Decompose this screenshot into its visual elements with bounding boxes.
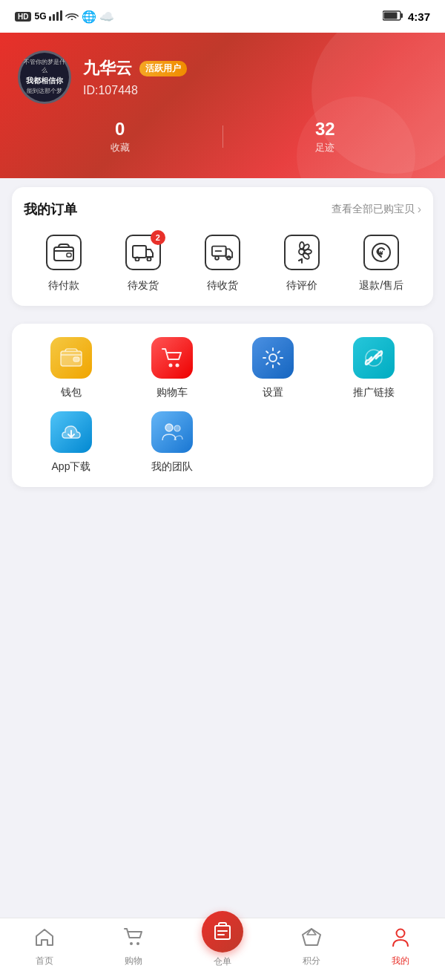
nav-home[interactable]: 首页 [0,927,89,967]
nav-warehouse[interactable]: 仓单 [178,926,267,968]
nav-mine[interactable]: 我的 [356,927,445,967]
person-icon [390,927,411,952]
profile-name-row: 九华云 活跃用户 [83,57,187,79]
diamond-icon [301,927,322,952]
order-label-dispatch: 待发货 [128,279,159,293]
profile-stats: 0 收藏 32 足迹 [18,119,427,154]
tools-card: 钱包 购物车 设置 [12,324,433,487]
svg-rect-1 [53,14,55,21]
order-icon-wrap-review [283,233,321,272]
footprints-count: 32 [223,119,428,140]
nav-shop[interactable]: 购物 [89,927,178,967]
hd-badge: HD [15,12,31,22]
svg-point-33 [136,942,139,945]
view-all-label: 查看全部已购宝贝 [332,203,415,216]
tool-wallet[interactable]: 钱包 [24,337,119,399]
footprints-label: 足迹 [223,141,428,154]
bottom-nav: 首页 购物 仓单 积分 [0,918,445,980]
profile-top: 不管你的梦是什么 我都相信你 能到达那个梦 九华云 活跃用户 ID:107448 [18,50,427,104]
signal-bars [49,10,62,23]
avatar[interactable]: 不管你的梦是什么 我都相信你 能到达那个梦 [18,50,71,104]
order-icon-wrap-refund: ¥ [362,233,400,272]
nav-mine-label: 我的 [392,955,409,967]
tool-label-team: 我的团队 [151,460,193,474]
cart-nav-icon [123,927,144,952]
svg-rect-5 [400,13,403,18]
order-label-refund: 退款/售后 [359,279,403,293]
tool-label-promo: 推广链接 [353,386,395,399]
chevron-right-icon: › [418,203,421,216]
collections-count: 0 [18,119,222,140]
order-label-payment: 待付款 [48,279,79,293]
active-badge: 活跃用户 [139,61,187,76]
wifi-icon [65,10,79,23]
orders-card: 我的订单 查看全部已购宝贝 › 待付款 [12,187,433,306]
order-pending-review[interactable]: 待评价 [263,233,342,293]
svg-point-37 [397,929,405,937]
tool-label-cart: 购物车 [156,386,188,399]
avatar-line2: 我都相信你 [26,76,63,86]
time: 4:37 [408,10,430,23]
tool-promo-link[interactable]: 推广链接 [326,337,421,399]
order-pending-dispatch[interactable]: 2 待发货 [103,233,182,293]
profile-info: 九华云 活跃用户 ID:107448 [83,57,187,97]
review-icon [284,235,320,270]
avatar-line1: 不管你的梦是什么 [20,57,69,76]
svg-marker-35 [303,929,320,945]
profile-id: ID:107448 [83,84,187,97]
settings-tool-icon [252,337,294,379]
tool-app-download[interactable]: App下载 [24,411,119,474]
svg-point-18 [302,252,310,260]
order-header: 我的订单 查看全部已购宝贝 › [24,200,421,218]
svg-point-27 [176,364,179,368]
dispatch-badge: 2 [151,230,165,245]
wallet-icon [46,235,82,270]
nav-points-label: 积分 [303,955,320,967]
order-pending-delivery[interactable]: 待收货 [182,233,262,293]
stat-collections[interactable]: 0 收藏 [18,119,222,154]
content-area [0,496,445,918]
tool-label-wallet: 钱包 [61,386,82,399]
order-icon-wrap-payment [44,233,83,272]
tool-cart[interactable]: 购物车 [125,337,220,399]
tool-label-download: App下载 [52,460,91,474]
order-refund[interactable]: ¥ 退款/售后 [342,233,421,293]
view-all-orders[interactable]: 查看全部已购宝贝 › [332,203,421,216]
svg-point-28 [269,354,277,362]
svg-point-10 [135,258,139,261]
svg-rect-0 [49,16,51,21]
stat-footprints[interactable]: 32 足迹 [223,119,428,154]
svg-rect-7 [54,247,73,261]
nav-points[interactable]: 积分 [267,927,356,967]
nav-home-label: 首页 [36,955,53,967]
order-items: 待付款 2 待发货 [24,233,421,293]
tools-grid: 钱包 购物车 设置 [24,337,421,474]
battery-icon [383,10,403,23]
svg-point-13 [215,256,219,260]
svg-rect-3 [60,10,62,21]
svg-rect-34 [215,926,230,939]
download-tool-icon [50,411,92,453]
order-icon-wrap-dispatch: 2 [124,233,162,272]
globe-icon: 🌐 [82,10,96,24]
tool-label-settings: 设置 [263,386,283,399]
svg-point-31 [174,425,180,431]
profile-name: 九华云 [83,57,132,79]
team-tool-icon [151,411,193,453]
order-icon-wrap-delivery [203,233,242,272]
svg-text:¥: ¥ [380,249,383,257]
nav-warehouse-label: 仓单 [214,956,231,968]
warehouse-center-btn[interactable] [202,911,243,953]
order-pending-payment[interactable]: 待付款 [24,233,103,293]
svg-rect-6 [383,12,397,19]
svg-rect-2 [56,12,59,21]
home-icon [34,927,55,952]
svg-point-16 [302,244,310,252]
tool-settings[interactable]: 设置 [225,337,320,399]
wallet-tool-icon [50,337,92,379]
svg-point-30 [165,424,173,431]
refund-icon: ¥ [363,235,399,270]
status-bar: HD 5G 🌐 ☁️ [0,0,445,33]
tool-my-team[interactable]: 我的团队 [125,411,220,474]
status-left: HD 5G 🌐 ☁️ [15,10,114,24]
